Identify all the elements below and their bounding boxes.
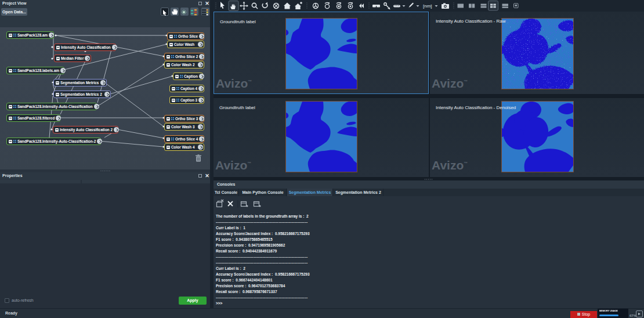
svg-text:[nm]: [nm] (423, 3, 432, 9)
